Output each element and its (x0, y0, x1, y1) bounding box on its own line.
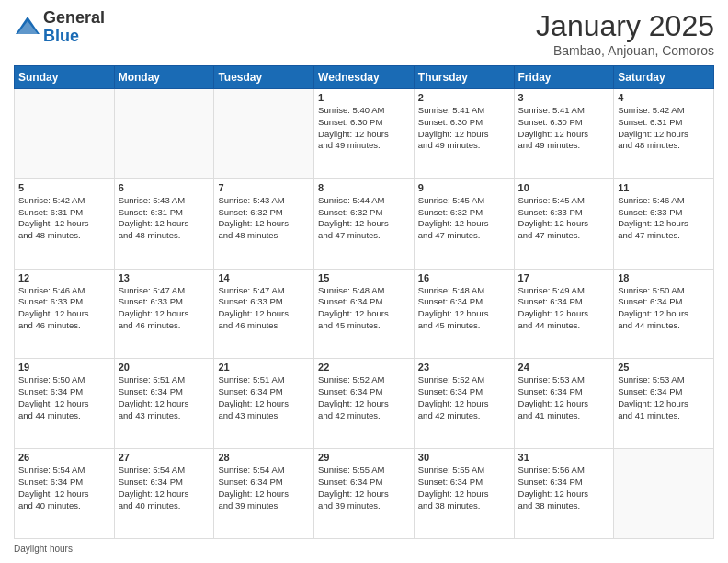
day-number-19: 19 (18, 362, 110, 373)
cell-w5-d4: 30Sunrise: 5:55 AMSunset: 6:34 PMDayligh… (414, 449, 514, 539)
day-number-15: 15 (318, 272, 410, 283)
week-row-3: 12Sunrise: 5:46 AMSunset: 6:33 PMDayligh… (15, 269, 714, 359)
day-info-27: Sunrise: 5:54 AMSunset: 6:34 PMDaylight:… (119, 465, 210, 511)
title-block: January 2025 Bambao, Anjouan, Comoros (536, 9, 714, 58)
day-number-5: 5 (18, 182, 110, 193)
logo-blue-text: Blue (43, 28, 105, 46)
day-number-18: 18 (618, 272, 710, 283)
cell-w3-d6: 18Sunrise: 5:50 AMSunset: 6:34 PMDayligh… (614, 269, 714, 359)
day-info-13: Sunrise: 5:47 AMSunset: 6:33 PMDaylight:… (119, 285, 210, 332)
day-info-29: Sunrise: 5:55 AMSunset: 6:34 PMDaylight:… (318, 465, 410, 511)
main-title: January 2025 (536, 9, 714, 43)
cell-w2-d2: 7Sunrise: 5:43 AMSunset: 6:32 PMDaylight… (214, 178, 314, 269)
day-info-9: Sunrise: 5:45 AMSunset: 6:32 PMDaylight:… (418, 195, 510, 242)
day-info-10: Sunrise: 5:45 AMSunset: 6:33 PMDaylight:… (518, 195, 610, 242)
day-info-25: Sunrise: 5:53 AMSunset: 6:34 PMDaylight:… (618, 374, 710, 421)
day-info-7: Sunrise: 5:43 AMSunset: 6:32 PMDaylight:… (218, 195, 310, 242)
day-info-15: Sunrise: 5:48 AMSunset: 6:34 PMDaylight:… (318, 285, 410, 332)
day-info-18: Sunrise: 5:50 AMSunset: 6:34 PMDaylight:… (618, 285, 710, 332)
day-info-19: Sunrise: 5:50 AMSunset: 6:34 PMDaylight:… (18, 374, 110, 421)
calendar-body: 1Sunrise: 5:40 AMSunset: 6:30 PMDaylight… (15, 89, 714, 539)
cell-w4-d5: 24Sunrise: 5:53 AMSunset: 6:34 PMDayligh… (514, 359, 614, 449)
week-row-4: 19Sunrise: 5:50 AMSunset: 6:34 PMDayligh… (15, 359, 714, 449)
day-number-17: 17 (518, 272, 610, 283)
cell-w5-d6 (614, 449, 714, 539)
day-number-20: 20 (119, 362, 210, 373)
cell-w3-d3: 15Sunrise: 5:48 AMSunset: 6:34 PMDayligh… (314, 269, 415, 359)
footer: Daylight hours (14, 544, 714, 554)
cell-w4-d3: 22Sunrise: 5:52 AMSunset: 6:34 PMDayligh… (314, 359, 415, 449)
day-number-28: 28 (218, 452, 310, 463)
week-row-2: 5Sunrise: 5:42 AMSunset: 6:31 PMDaylight… (15, 178, 714, 269)
cell-w5-d3: 29Sunrise: 5:55 AMSunset: 6:34 PMDayligh… (314, 449, 415, 539)
subtitle: Bambao, Anjouan, Comoros (536, 43, 714, 58)
week-row-5: 26Sunrise: 5:54 AMSunset: 6:34 PMDayligh… (15, 449, 714, 539)
cell-w3-d4: 16Sunrise: 5:48 AMSunset: 6:34 PMDayligh… (414, 269, 514, 359)
day-info-5: Sunrise: 5:42 AMSunset: 6:31 PMDaylight:… (18, 195, 110, 242)
cell-w2-d0: 5Sunrise: 5:42 AMSunset: 6:31 PMDaylight… (15, 178, 115, 269)
day-info-22: Sunrise: 5:52 AMSunset: 6:34 PMDaylight:… (318, 374, 410, 421)
calendar-header-row: Sunday Monday Tuesday Wednesday Thursday… (15, 66, 714, 89)
cell-w3-d2: 14Sunrise: 5:47 AMSunset: 6:33 PMDayligh… (214, 269, 314, 359)
day-info-1: Sunrise: 5:40 AMSunset: 6:30 PMDaylight:… (318, 105, 410, 152)
cell-w5-d5: 31Sunrise: 5:56 AMSunset: 6:34 PMDayligh… (514, 449, 614, 539)
col-sunday: Sunday (15, 66, 115, 89)
day-number-22: 22 (318, 362, 410, 373)
cell-w3-d1: 13Sunrise: 5:47 AMSunset: 6:33 PMDayligh… (114, 269, 214, 359)
day-number-3: 3 (518, 92, 610, 103)
cell-w4-d1: 20Sunrise: 5:51 AMSunset: 6:34 PMDayligh… (114, 359, 214, 449)
day-number-26: 26 (18, 452, 110, 463)
cell-w5-d2: 28Sunrise: 5:54 AMSunset: 6:34 PMDayligh… (214, 449, 314, 539)
day-info-17: Sunrise: 5:49 AMSunset: 6:34 PMDaylight:… (518, 285, 610, 332)
day-number-30: 30 (418, 452, 510, 463)
calendar-table: Sunday Monday Tuesday Wednesday Thursday… (14, 65, 714, 539)
day-number-29: 29 (318, 452, 410, 463)
day-number-7: 7 (218, 182, 310, 193)
cell-w2-d5: 10Sunrise: 5:45 AMSunset: 6:33 PMDayligh… (514, 178, 614, 269)
day-info-6: Sunrise: 5:43 AMSunset: 6:31 PMDaylight:… (119, 195, 210, 242)
logo: General Blue (14, 9, 105, 46)
day-info-3: Sunrise: 5:41 AMSunset: 6:30 PMDaylight:… (518, 105, 610, 152)
day-number-23: 23 (418, 362, 510, 373)
day-number-25: 25 (618, 362, 710, 373)
cell-w1-d1 (114, 89, 214, 179)
day-number-14: 14 (218, 272, 310, 283)
cell-w3-d5: 17Sunrise: 5:49 AMSunset: 6:34 PMDayligh… (514, 269, 614, 359)
cell-w5-d0: 26Sunrise: 5:54 AMSunset: 6:34 PMDayligh… (15, 449, 115, 539)
day-info-31: Sunrise: 5:56 AMSunset: 6:34 PMDaylight:… (518, 465, 610, 511)
day-number-13: 13 (119, 272, 210, 283)
day-info-23: Sunrise: 5:52 AMSunset: 6:34 PMDaylight:… (418, 374, 510, 421)
cell-w2-d4: 9Sunrise: 5:45 AMSunset: 6:32 PMDaylight… (414, 178, 514, 269)
day-number-24: 24 (518, 362, 610, 373)
day-number-9: 9 (418, 182, 510, 193)
cell-w1-d2 (214, 89, 314, 179)
cell-w2-d3: 8Sunrise: 5:44 AMSunset: 6:32 PMDaylight… (314, 178, 415, 269)
col-monday: Monday (114, 66, 214, 89)
day-number-31: 31 (518, 452, 610, 463)
col-friday: Friday (514, 66, 614, 89)
day-number-27: 27 (119, 452, 210, 463)
col-thursday: Thursday (414, 66, 514, 89)
day-number-12: 12 (18, 272, 110, 283)
day-number-8: 8 (318, 182, 410, 193)
day-info-30: Sunrise: 5:55 AMSunset: 6:34 PMDaylight:… (418, 465, 510, 511)
cell-w1-d3: 1Sunrise: 5:40 AMSunset: 6:30 PMDaylight… (314, 89, 415, 179)
day-number-1: 1 (318, 92, 410, 103)
footer-text: Daylight hours (14, 544, 73, 554)
day-info-11: Sunrise: 5:46 AMSunset: 6:33 PMDaylight:… (618, 195, 710, 242)
day-info-8: Sunrise: 5:44 AMSunset: 6:32 PMDaylight:… (318, 195, 410, 242)
day-info-2: Sunrise: 5:41 AMSunset: 6:30 PMDaylight:… (418, 105, 510, 152)
cell-w2-d1: 6Sunrise: 5:43 AMSunset: 6:31 PMDaylight… (114, 178, 214, 269)
header: General Blue January 2025 Bambao, Anjoua… (14, 9, 714, 58)
cell-w3-d0: 12Sunrise: 5:46 AMSunset: 6:33 PMDayligh… (15, 269, 115, 359)
cell-w1-d5: 3Sunrise: 5:41 AMSunset: 6:30 PMDaylight… (514, 89, 614, 179)
day-info-16: Sunrise: 5:48 AMSunset: 6:34 PMDaylight:… (418, 285, 510, 332)
day-info-24: Sunrise: 5:53 AMSunset: 6:34 PMDaylight:… (518, 374, 610, 421)
day-number-6: 6 (119, 182, 210, 193)
cell-w4-d0: 19Sunrise: 5:50 AMSunset: 6:34 PMDayligh… (15, 359, 115, 449)
cell-w4-d2: 21Sunrise: 5:51 AMSunset: 6:34 PMDayligh… (214, 359, 314, 449)
day-info-14: Sunrise: 5:47 AMSunset: 6:33 PMDaylight:… (218, 285, 310, 332)
day-info-12: Sunrise: 5:46 AMSunset: 6:33 PMDaylight:… (18, 285, 110, 332)
logo-general-text: General (43, 9, 105, 28)
col-saturday: Saturday (614, 66, 714, 89)
